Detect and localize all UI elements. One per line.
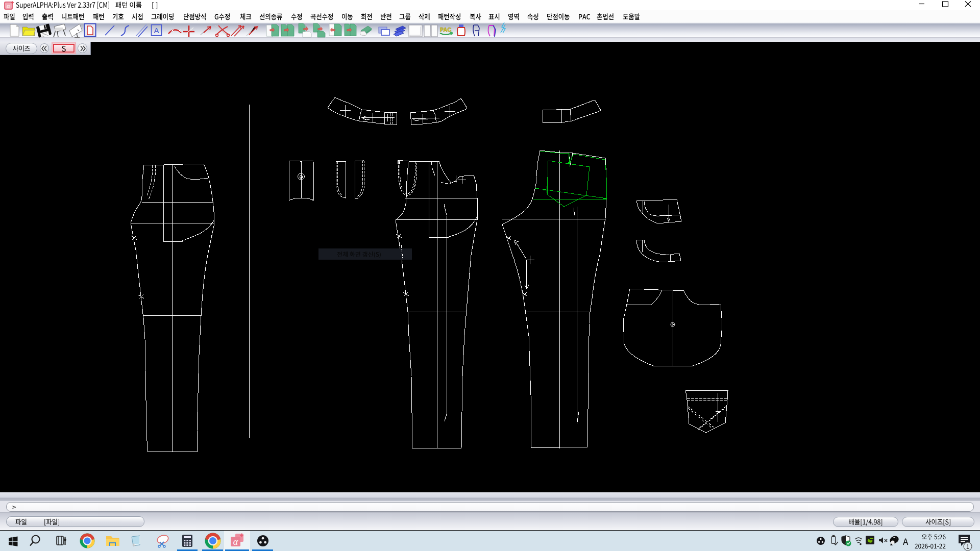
svg-text:α: α [7, 2, 11, 10]
svg-text:α: α [233, 537, 238, 547]
svg-text:PAC: PAC [440, 27, 451, 33]
svg-text:A: A [154, 26, 159, 35]
